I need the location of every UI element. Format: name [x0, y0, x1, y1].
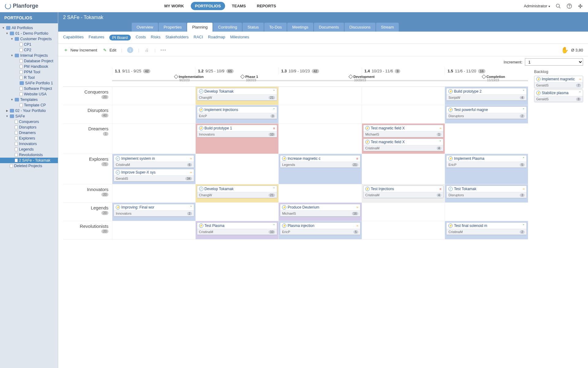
subtab-costs[interactable]: Costs: [136, 35, 146, 40]
tab-stream[interactable]: Stream: [376, 23, 399, 32]
cell[interactable]: Test powerful magne ˅ Disruptors 2: [445, 105, 528, 123]
card[interactable]: Test powerful magne ˅ Disruptors 2: [446, 106, 527, 119]
topnav-my-work[interactable]: MY WORK: [160, 2, 188, 10]
tree-template-cp[interactable]: Template CP: [0, 102, 58, 108]
cell[interactable]: Implement system in ≈ CristinaM 6 Improv…: [112, 154, 195, 184]
card[interactable]: Test magnetic field X ≈ MichaelS 1: [363, 125, 444, 137]
cell-empty[interactable]: [112, 87, 195, 105]
cell-empty[interactable]: [278, 124, 362, 154]
milestone-phase-1[interactable]: Phase 110/2/23: [241, 75, 258, 82]
print-button[interactable]: 🖨: [144, 47, 150, 53]
card[interactable]: Produce Deuterium ≈ MichaelS 16: [280, 204, 360, 217]
card[interactable]: Test magnetic field X ˅ CristinaM 4: [363, 139, 444, 151]
card[interactable]: Implement Injections ˅ EricP 3: [197, 106, 277, 119]
tree-demo-portfolio[interactable]: ▼01 - Demo Portfolio: [0, 31, 58, 36]
tab-discussions[interactable]: Discussions: [345, 23, 375, 32]
cell[interactable]: Improving: Final wor ˅ Innovators 2: [112, 203, 195, 221]
tab-planning[interactable]: Planning: [187, 23, 213, 32]
cell-empty[interactable]: [445, 203, 528, 221]
subtab-pi-board[interactable]: PI Board: [109, 35, 131, 40]
tree-explorers[interactable]: Explorers: [0, 136, 58, 141]
tree-website-usa[interactable]: Website USA: [0, 91, 58, 97]
card[interactable]: Improving: Final wor ˅ Innovators 2: [114, 204, 194, 217]
tree-safe[interactable]: ▼SAFe: [0, 113, 58, 119]
cell-empty[interactable]: [362, 154, 445, 184]
tree-r-tool[interactable]: R Tool: [0, 75, 58, 80]
milestone-completion[interactable]: Completion11/13/23: [482, 75, 505, 82]
tree-innovators[interactable]: Innovators: [0, 141, 58, 147]
cell-empty[interactable]: [362, 105, 445, 123]
tree-legends[interactable]: Legends: [0, 147, 58, 152]
cell[interactable]: Test Tokamak ≈ Disruptors 3: [445, 184, 528, 202]
card[interactable]: Build prototype 2 ˅ SonjaW 4: [446, 88, 527, 101]
card[interactable]: Test final solenoid m ˅ CristinaM 2: [446, 222, 527, 235]
cell-empty[interactable]: [362, 87, 445, 105]
card[interactable]: Implement system in ≈ CristinaM 6: [114, 155, 194, 168]
subtab-features[interactable]: Features: [89, 35, 104, 40]
cell[interactable]: Build prototype 1 ≡ Innovators 10: [195, 124, 279, 154]
cell-empty[interactable]: [278, 87, 362, 105]
tab-status[interactable]: Status: [243, 23, 264, 32]
tab-documents[interactable]: Documents: [314, 23, 344, 32]
tree-database[interactable]: Database Project: [0, 58, 58, 64]
cell-empty[interactable]: [445, 124, 528, 154]
card[interactable]: Plasma injection ≈ EricP 5: [280, 222, 360, 235]
new-increment-button[interactable]: ＋ New Increment: [63, 47, 97, 53]
tab-properties[interactable]: Properties: [159, 23, 187, 32]
subtab-capabilities[interactable]: Capabilities: [63, 35, 84, 40]
card[interactable]: Develop Tokamak ˅ ChangW 21: [197, 186, 277, 198]
topnav-reports[interactable]: REPORTS: [253, 2, 281, 10]
card[interactable]: Build prototype 1 ≡ Innovators 10: [197, 125, 277, 137]
tab-to-dos[interactable]: To-Dos: [264, 23, 287, 32]
subtab-stakeholders[interactable]: Stakeholders: [165, 35, 189, 40]
cell[interactable]: Plasma injection ≈ EricP 5: [278, 221, 362, 239]
card[interactable]: Improve Super-X sys ≈ GeraldS 34: [114, 169, 194, 182]
cell-empty[interactable]: [195, 154, 279, 184]
cell[interactable]: Test magnetic field X ≈ MichaelS 1 Test …: [362, 124, 445, 154]
search-icon[interactable]: [556, 3, 561, 9]
card[interactable]: Develop Tokamak ˅ ChangW 21: [197, 88, 277, 101]
cell[interactable]: Test Injections ≡ CristinaM 4: [362, 184, 445, 202]
cell-empty[interactable]: [278, 105, 362, 123]
cell-empty[interactable]: [195, 203, 279, 221]
cell[interactable]: Test Plasma ˅ CristinaM 10: [195, 221, 279, 239]
milestone-development[interactable]: Development10/20/23: [349, 75, 375, 82]
info-button[interactable]: i: [127, 47, 133, 53]
edit-button[interactable]: ✎ Edit: [102, 47, 116, 53]
cell-empty[interactable]: [112, 105, 195, 123]
tree-dreamers[interactable]: Dreamers: [0, 130, 58, 136]
cell-empty[interactable]: [362, 203, 445, 221]
milestone-implementation[interactable]: Implementation9/22/23: [175, 75, 204, 82]
tree-cp2[interactable]: CP2: [0, 47, 58, 53]
card[interactable]: Test Tokamak ≈ Disruptors 3: [446, 186, 527, 198]
cell-empty[interactable]: [278, 184, 362, 202]
cell[interactable]: Develop Tokamak ˅ ChangW 21: [195, 184, 279, 202]
more-button[interactable]: •••: [160, 48, 167, 52]
cell[interactable]: Increase magnetic c ≡ Legends 21: [278, 154, 362, 184]
topnav-teams[interactable]: TEAMS: [228, 2, 250, 10]
tree-revolutionists[interactable]: Revolutionists: [0, 152, 58, 158]
tree-safe-tokamak[interactable]: 2 SAFe - Tokamak: [0, 158, 58, 163]
cell[interactable]: Develop Tokamak ˅ ChangW 21: [195, 87, 279, 105]
tree-deleted[interactable]: Deleted Projects: [0, 163, 58, 169]
card[interactable]: Implement Plasma ˅ EricP 5: [446, 155, 527, 168]
cell-empty[interactable]: [112, 221, 195, 239]
tree-cp1[interactable]: CP1: [0, 42, 58, 47]
help-icon[interactable]: [567, 3, 572, 9]
user-menu[interactable]: Administrator: [524, 4, 550, 8]
tree-internal-projects[interactable]: ▼Internal Projects: [0, 53, 58, 58]
tree-templates[interactable]: ▼Templates: [0, 97, 58, 102]
cell[interactable]: Produce Deuterium ≈ MichaelS 16: [278, 203, 362, 221]
tree-customer-projects[interactable]: ▼Customer Projects: [0, 36, 58, 42]
tree-conquerors[interactable]: Conquerors: [0, 119, 58, 125]
increment-select[interactable]: 1: [525, 58, 583, 66]
cell-empty[interactable]: [112, 124, 195, 154]
tab-overview[interactable]: Overview: [132, 23, 158, 32]
cell[interactable]: Test final solenoid m ˅ CristinaM 2: [445, 221, 528, 239]
subtab-milestones[interactable]: Milestones: [230, 35, 249, 40]
tree-your-portfolio[interactable]: ▶02 - Your Portfolio: [0, 108, 58, 113]
cell-empty[interactable]: [362, 221, 445, 239]
tree-all-portfolios[interactable]: ▼All Portfolios: [0, 25, 58, 31]
topnav-portfolios[interactable]: PORTFOLIOS: [191, 2, 225, 10]
tree-safe-portfolio-1[interactable]: SAFe Portfolio 1: [0, 80, 58, 86]
